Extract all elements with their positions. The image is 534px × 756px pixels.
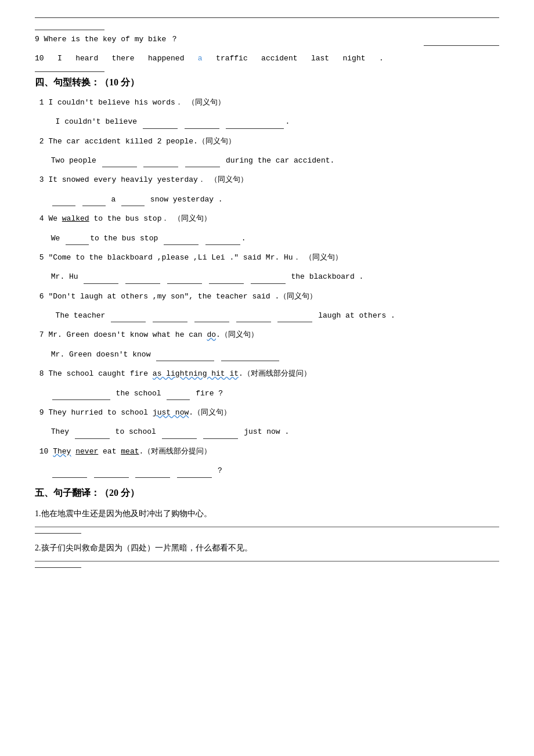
translation1-chinese: 1.他在地震中生还是因为他及时冲出了购物中心。 (35, 506, 499, 521)
translation1-answer-short (35, 533, 81, 534)
item9-original: 9 They hurried to school just now.（同义句） (35, 406, 499, 419)
q9-top-blank-line (35, 30, 104, 30)
item7-original: 7 Mr. Green doesn't know what he can do.… (35, 328, 499, 341)
q9-answer-blank (424, 45, 499, 46)
item6-original: 6 "Don't laugh at others ,my son", the t… (35, 290, 499, 303)
translation2: 2.孩子们尖叫救命是因为（四处）一片黑暗，什么都看不见。 (35, 541, 499, 568)
item5-original: 5 "Come to the blackboard ,please ,Li Le… (35, 251, 499, 264)
translation1-answer-line1 (35, 527, 499, 527)
item5-converted: Mr. Hu the blackboard . (46, 270, 499, 283)
item9-converted: They to school just now . (46, 425, 499, 438)
item8-converted: the school fire ? (46, 387, 499, 400)
item1-converted: I couldn't believe . (46, 115, 499, 128)
item1-original: 1 I couldn't believe his words． （同义句） (35, 96, 499, 109)
item2-converted: Two people during the car accident. (46, 154, 499, 167)
item4-original: 4 We walked to the bus stop． （同义句） (35, 212, 499, 225)
item3-original: 3 It snowed every heavily yesterday． （同义… (35, 173, 499, 186)
q9-item: 9 Where is the key of my bike ？ (35, 33, 499, 46)
item10-original: 10 They never eat meat.（对画线部分提问） (35, 445, 499, 458)
item7-converted: Mr. Green doesn't know (46, 348, 499, 361)
translation2-answer-short (35, 567, 81, 568)
item8-original: 8 The school caught fire as lightning hi… (35, 367, 499, 380)
item2-original: 2 The car accident killed 2 people.（同义句） (35, 135, 499, 148)
translation1: 1.他在地震中生还是因为他及时冲出了购物中心。 (35, 506, 499, 534)
item4-converted: We to the bus stop . (46, 232, 499, 245)
q10-bottom-blank-line (35, 71, 104, 72)
item6-converted: The teacher laugh at others . (46, 309, 499, 322)
q9-text: 9 Where is the key of my bike ？ (35, 33, 178, 46)
top-rule (35, 17, 499, 18)
q10-item: 10 I heard there happened a traffic acci… (35, 52, 499, 65)
item3-converted: a snow yesterday . (46, 193, 499, 206)
q10-text: 10 I heard there happened a traffic acci… (35, 54, 384, 63)
translation2-answer-line1 (35, 561, 499, 561)
translation2-chinese: 2.孩子们尖叫救命是因为（四处）一片黑暗，什么都看不见。 (35, 541, 499, 555)
section5-header: 五、句子翻译：（20 分） (35, 487, 499, 499)
section4-header: 四、句型转换：（10 分） (35, 77, 499, 89)
item10-converted: ? (46, 464, 499, 477)
